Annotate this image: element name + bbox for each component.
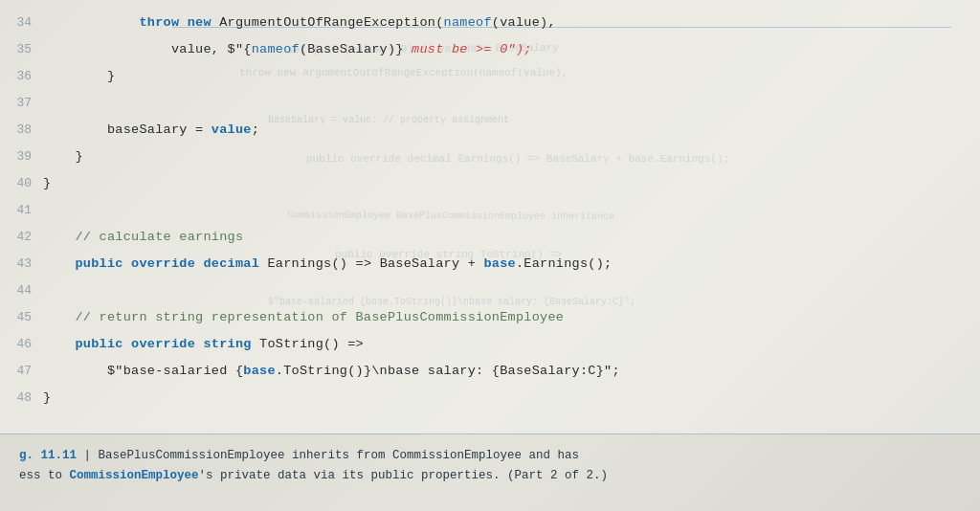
code-token: } <box>43 149 83 164</box>
code-token: base <box>483 256 516 271</box>
page-container: set { if (value < 0) // validate BaseSal… <box>0 0 980 511</box>
caption-label: g. 11.11 <box>19 449 77 462</box>
code-token: public override <box>76 337 196 351</box>
line-number: 42 <box>0 224 43 251</box>
code-line: 47 $"base-salaried {base.ToString()}\nba… <box>0 358 980 385</box>
caption-text: g. 11.11 | BasePlusCommissionEmployee in… <box>19 446 961 487</box>
line-content: // calculate earnings <box>43 224 243 251</box>
line-number: 44 <box>0 278 43 304</box>
code-line: 39 } <box>0 144 980 170</box>
line-number: 37 <box>0 90 43 117</box>
code-token: must be >= 0"); <box>404 42 532 56</box>
code-token <box>179 15 187 30</box>
line-content: public override string ToString() => <box>43 331 364 358</box>
code-token: decimal <box>203 256 259 271</box>
code-token: (BaseSalary)} <box>300 42 404 56</box>
line-number: 46 <box>0 331 43 358</box>
code-token: value, $" <box>43 42 243 56</box>
code-line: 35 value, $"{nameof(BaseSalary)} must be… <box>0 36 980 63</box>
caption-separator: | <box>77 449 99 462</box>
code-line: 36 } <box>0 63 980 90</box>
code-token: .Earnings(); <box>516 256 612 271</box>
code-line: 44 <box>0 278 980 304</box>
line-number: 45 <box>0 304 43 331</box>
code-token: public override <box>76 256 196 271</box>
code-token: baseSalary = <box>43 122 212 137</box>
code-token: throw <box>139 15 179 30</box>
code-token: $"base-salaried { <box>43 364 243 378</box>
line-content: // return string representation of BaseP… <box>43 304 564 331</box>
code-token: Earnings() => BaseSalary + <box>259 256 483 271</box>
code-token: (value), <box>492 15 556 30</box>
code-token: ToString() => <box>252 337 364 351</box>
code-token: ; <box>252 122 259 137</box>
line-number: 48 <box>0 385 43 411</box>
line-content: } <box>43 63 115 90</box>
line-content: } <box>43 385 51 411</box>
line-number: 43 <box>0 251 43 278</box>
line-content: } <box>43 170 51 197</box>
code-line: 48} <box>0 385 980 411</box>
line-number: 36 <box>0 63 43 90</box>
code-line: 34 throw new ArgumentOutOfRangeException… <box>0 10 980 36</box>
code-line: 38 baseSalary = value; <box>0 117 980 144</box>
code-line: 42 // calculate earnings <box>0 224 980 251</box>
line-number: 34 <box>0 10 43 36</box>
code-token <box>43 15 139 30</box>
line-number: 41 <box>0 197 43 224</box>
code-token: new <box>188 15 212 30</box>
code-token <box>43 230 76 244</box>
code-token <box>43 310 76 324</box>
caption-line2-suffix: 's private data via its public propertie… <box>199 469 609 482</box>
caption-line2-prefix: ess to <box>19 469 70 482</box>
line-content: baseSalary = value; <box>43 117 259 144</box>
line-number: 35 <box>0 36 43 63</box>
code-line: 45 // return string representation of Ba… <box>0 304 980 331</box>
line-number: 39 <box>0 144 43 170</box>
code-line: 41 <box>0 197 980 224</box>
line-content: $"base-salaried {base.ToString()}\nbase … <box>43 358 620 385</box>
caption-line2-code: CommissionEmployee <box>70 469 199 482</box>
code-token: nameof <box>252 42 300 56</box>
code-token: value <box>212 122 252 137</box>
code-token: // calculate earnings <box>76 230 244 244</box>
code-token: .ToString()}\nbase salary: {BaseSalary:C… <box>276 364 620 378</box>
code-token: nameof <box>444 15 492 30</box>
caption-line1: BasePlusCommissionEmployee inherits from… <box>99 449 580 462</box>
code-token: // return string representation of BaseP… <box>76 310 565 324</box>
code-token: } <box>43 390 51 405</box>
code-token: base <box>243 364 276 378</box>
code-section: 34 throw new ArgumentOutOfRangeException… <box>0 0 980 434</box>
code-line: 43 public override decimal Earnings() =>… <box>0 251 980 278</box>
code-token: { <box>243 42 251 56</box>
code-token: string <box>203 337 251 351</box>
code-line: 40} <box>0 170 980 197</box>
caption-section: g. 11.11 | BasePlusCommissionEmployee in… <box>0 434 980 511</box>
code-line: 37 <box>0 90 980 117</box>
line-number: 47 <box>0 358 43 385</box>
line-content: public override decimal Earnings() => Ba… <box>43 251 612 278</box>
line-content: } <box>43 144 83 170</box>
code-token <box>43 256 76 271</box>
code-token <box>43 337 76 351</box>
code-token: ArgumentOutOfRangeException( <box>212 15 444 30</box>
code-token: } <box>43 69 115 83</box>
code-line: 46 public override string ToString() => <box>0 331 980 358</box>
line-content: throw new ArgumentOutOfRangeException(na… <box>43 10 556 36</box>
line-content: value, $"{nameof(BaseSalary)} must be >=… <box>43 36 532 63</box>
code-token: } <box>43 176 51 190</box>
line-number: 40 <box>0 170 43 197</box>
line-number: 38 <box>0 117 43 144</box>
